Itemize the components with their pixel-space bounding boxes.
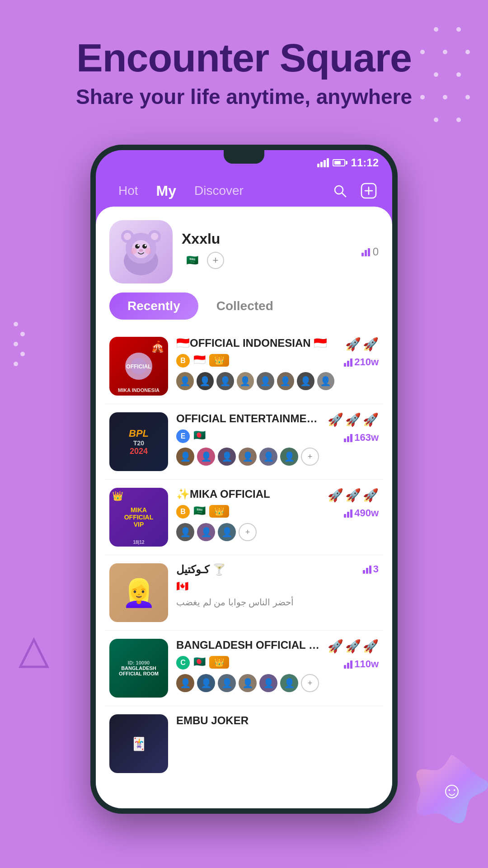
views-icon xyxy=(363,565,371,574)
mini-avatar: 👤 xyxy=(218,448,236,466)
trophy: 🚀 xyxy=(345,412,361,427)
trophy: 🚀 xyxy=(345,639,361,654)
svg-point-17 xyxy=(145,245,146,246)
svg-marker-0 xyxy=(20,640,47,667)
room-avatars: 👤 👤 👤 👤 👤 👤 👤 👤 xyxy=(176,372,334,390)
svg-point-11 xyxy=(124,233,131,240)
badge-b: B xyxy=(176,505,190,519)
mini-avatar: 👤 xyxy=(176,372,194,390)
tab-discover[interactable]: Discover xyxy=(185,184,253,198)
more-avatars-btn[interactable]: + xyxy=(301,448,319,466)
room-info: EMBU JOKER xyxy=(176,714,379,731)
room-thumbnail: ID: 10090 BANGLADESHOFFICIAL ROOM xyxy=(109,639,168,698)
phone-notch xyxy=(224,150,264,164)
room-thumbnail: 🃏 xyxy=(109,714,168,773)
svg-text:OFFICIAL: OFFICIAL xyxy=(126,363,151,370)
room-thumbnail: MIKAOFFICIALVIP 👑 18|12 xyxy=(109,488,168,547)
room-name: كـوكتيل 🍸 xyxy=(176,563,334,576)
badge-c: C xyxy=(176,656,190,670)
room-info: BANGLADESH OFFICIAL ROOM🇧🇩 C 🇧🇩 👑 👤 👤 👤 xyxy=(176,639,319,692)
nav-tabs: Hot My Discover xyxy=(96,175,392,207)
views-text: 210w xyxy=(354,356,379,368)
room-info: OFFICIAL ENTERTAINMENT ROO... E 🇧🇩 👤 👤 👤… xyxy=(176,412,319,466)
trophy-icons: 🚀 🚀 xyxy=(345,337,379,352)
trophy: 🚀 xyxy=(328,639,343,654)
nav-action-icons xyxy=(330,181,379,201)
room-avatars: 👤 👤 👤 👤 👤 👤 + xyxy=(176,674,319,692)
room-item[interactable]: ID: 10090 BANGLADESHOFFICIAL ROOM BANGLA… xyxy=(105,631,383,706)
trophy: 🚀 xyxy=(363,488,379,503)
phone-screen: 11:12 Hot My Discover xyxy=(96,150,392,808)
room-item[interactable]: BPL T20 2024 OFFICIAL ENTERTAINMENT ROO.… xyxy=(105,404,383,480)
room-badges: B 🇸🇦 👑 xyxy=(176,505,319,519)
room-stats: 🚀 🚀 🚀 490w xyxy=(328,488,379,519)
view-count: 3 xyxy=(363,563,379,575)
trophy: 🚀 xyxy=(363,639,379,654)
room-info: ✨MIKA OFFICIAL B 🇸🇦 👑 👤 👤 👤 + xyxy=(176,488,319,541)
more-avatars-btn[interactable]: + xyxy=(239,523,257,541)
badge-b: B xyxy=(176,354,190,368)
trophy-icons: 🚀 🚀 🚀 xyxy=(328,639,379,654)
mini-avatar: 👤 xyxy=(259,448,277,466)
badge-crown: 👑 xyxy=(209,505,229,518)
mini-avatar: 👤 xyxy=(197,674,215,692)
mini-avatar: 👤 xyxy=(280,674,298,692)
trophy: 🚀 xyxy=(363,412,379,427)
trophy-icons: 🚀 🚀 🚀 xyxy=(328,488,379,503)
room-list: 🎪 OFFICIAL MIKA INDONESIA 🇮🇩OFFICIAL xyxy=(96,329,392,808)
tab-my[interactable]: My xyxy=(147,183,185,199)
deco-dots-top-right xyxy=(398,0,488,226)
views-icon xyxy=(344,660,352,669)
search-icon[interactable] xyxy=(330,181,350,201)
profile-info: Xxxlu 🇸🇦 + xyxy=(182,231,352,274)
mini-avatar: 👤 xyxy=(280,448,298,466)
views-text: 110w xyxy=(354,658,379,670)
flag-badge-sa: 🇸🇦 xyxy=(193,505,206,519)
flag-badge-ca: 🇨🇦 xyxy=(176,580,188,592)
mini-avatar: 👤 xyxy=(216,372,234,390)
tab-recently[interactable]: Recently xyxy=(109,292,198,320)
room-desc: أحضر الناس جوابا من لم يغضب xyxy=(176,597,334,608)
room-name: BANGLADESH OFFICIAL ROOM🇧🇩 xyxy=(176,639,319,651)
stats-icon xyxy=(361,247,370,256)
battery-icon xyxy=(333,159,347,166)
room-item[interactable]: 🃏 EMBU JOKER xyxy=(105,706,383,781)
phone-outer: 11:12 Hot My Discover xyxy=(90,145,398,814)
room-item[interactable]: MIKAOFFICIALVIP 👑 18|12 ✨MIKA OFFICIAL B… xyxy=(105,480,383,555)
tab-collected[interactable]: Collected xyxy=(198,292,291,320)
stats-count: 0 xyxy=(373,245,379,258)
mini-avatar: 👤 xyxy=(259,674,277,692)
mini-avatar: 👤 xyxy=(176,523,194,541)
room-thumbnail: BPL T20 2024 xyxy=(109,412,168,471)
trophy-icons: 🚀 🚀 🚀 xyxy=(328,412,379,427)
add-post-icon[interactable] xyxy=(359,181,379,201)
room-thumbnail: 🎪 OFFICIAL MIKA INDONESIA xyxy=(109,337,168,396)
signal-icon xyxy=(317,158,329,167)
room-item[interactable]: 👱‍♀️ كـوكتيل 🍸 🇨🇦 أحضر الناس جوابا من لم… xyxy=(105,555,383,631)
view-count: 110w xyxy=(344,658,379,670)
more-avatars-btn[interactable]: + xyxy=(301,674,319,692)
room-stats: 🚀 🚀 210w xyxy=(343,337,379,368)
room-avatars: 👤 👤 👤 + xyxy=(176,523,319,541)
country-flag: 🇸🇦 xyxy=(182,253,202,268)
views-text: 3 xyxy=(373,563,379,575)
profile-stats: 0 xyxy=(361,245,379,258)
view-count: 490w xyxy=(344,507,379,519)
room-badges: 🇨🇦 xyxy=(176,580,334,592)
room-stats: 3 xyxy=(343,563,379,575)
badge-crown: 👑 xyxy=(209,354,229,367)
deco-dots-left xyxy=(14,316,18,372)
tab-hot[interactable]: Hot xyxy=(109,184,147,198)
flag-row: 🇸🇦 + xyxy=(182,252,352,269)
avatar xyxy=(109,220,173,283)
add-profile-btn[interactable]: + xyxy=(207,252,224,269)
room-item[interactable]: 🎪 OFFICIAL MIKA INDONESIA 🇮🇩OFFICIAL xyxy=(105,329,383,404)
room-name: ✨MIKA OFFICIAL xyxy=(176,488,319,500)
trophy: 🚀 xyxy=(328,412,343,427)
flag-badge-bd: 🇧🇩 xyxy=(193,429,206,443)
mini-avatar: 👤 xyxy=(197,523,215,541)
svg-point-16 xyxy=(137,245,139,246)
profile-name: Xxxlu xyxy=(182,231,352,247)
mini-avatar: 👤 xyxy=(239,448,257,466)
room-name: OFFICIAL ENTERTAINMENT ROO... xyxy=(176,412,319,425)
